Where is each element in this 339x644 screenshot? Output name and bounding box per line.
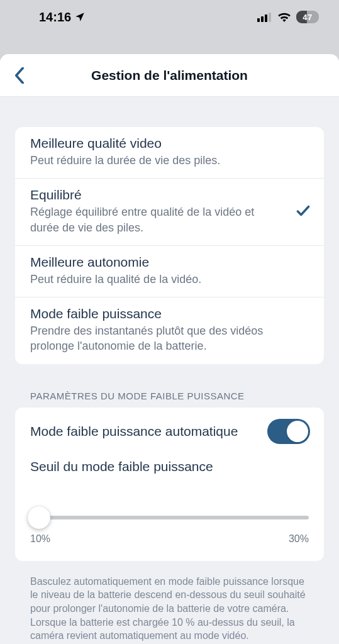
option-title: Equilibré — [30, 187, 309, 203]
wifi-icon — [277, 12, 291, 22]
threshold-label: Seuil du mode faible puissance — [15, 457, 324, 474]
slider-min-label: 10% — [30, 533, 50, 545]
cellular-signal-icon — [257, 12, 272, 22]
option-best-battery[interactable]: Meilleure autonomie Peut réduire la qual… — [15, 246, 324, 297]
svg-rect-1 — [261, 16, 264, 22]
option-desc: Réglage équilibré entre qualité de la vi… — [30, 204, 309, 235]
toggle-knob — [287, 421, 308, 442]
option-desc: Peut réduire la durée de vie des piles. — [30, 153, 309, 168]
auto-low-power-label: Mode faible puissance automatique — [30, 424, 238, 439]
page-title: Gestion de l'alimentation — [91, 68, 248, 83]
option-desc: Peut réduire la qualité de la vidéo. — [30, 272, 309, 287]
threshold-slider-area — [15, 474, 324, 519]
section-label: PARAMÈTRES DU MODE FAIBLE PUISSANCE — [30, 391, 324, 401]
checkmark-icon — [295, 203, 311, 221]
svg-rect-0 — [257, 18, 260, 22]
back-button[interactable] — [10, 63, 29, 88]
svg-rect-2 — [265, 14, 267, 22]
threshold-slider[interactable] — [30, 516, 309, 519]
option-title: Mode faible puissance — [30, 306, 309, 321]
settings-sheet: Gestion de l'alimentation Meilleure qual… — [0, 54, 339, 644]
option-balanced[interactable]: Equilibré Réglage équilibré entre qualit… — [15, 179, 324, 246]
option-desc: Prendre des instantanés plutôt que des v… — [30, 323, 309, 354]
sheet-header: Gestion de l'alimentation — [0, 54, 339, 97]
option-title: Meilleure autonomie — [30, 255, 309, 270]
status-left: 14:16 — [39, 10, 86, 25]
low-power-settings-card: Mode faible puissance automatique Seuil … — [15, 408, 324, 561]
status-right: 47 — [257, 11, 319, 23]
auto-low-power-row: Mode faible puissance automatique — [15, 408, 324, 457]
option-low-power[interactable]: Mode faible puissance Prendre des instan… — [15, 297, 324, 364]
status-bar: 14:16 47 — [0, 0, 339, 34]
location-icon — [74, 11, 86, 23]
status-time: 14:16 — [39, 10, 71, 25]
power-options-card: Meilleure qualité video Peut réduire la … — [15, 127, 324, 364]
slider-max-label: 30% — [289, 533, 309, 545]
option-title: Meilleure qualité video — [30, 136, 309, 151]
slider-thumb[interactable] — [28, 506, 50, 529]
option-best-video[interactable]: Meilleure qualité video Peut réduire la … — [15, 127, 324, 179]
battery-level: 47 — [303, 13, 312, 22]
auto-low-power-toggle[interactable] — [267, 419, 310, 444]
battery-icon: 47 — [296, 11, 319, 23]
slider-range-labels: 10% 30% — [15, 519, 324, 545]
svg-rect-3 — [269, 13, 271, 22]
footnote: Basculez automatiquement en mode faible … — [15, 561, 324, 643]
